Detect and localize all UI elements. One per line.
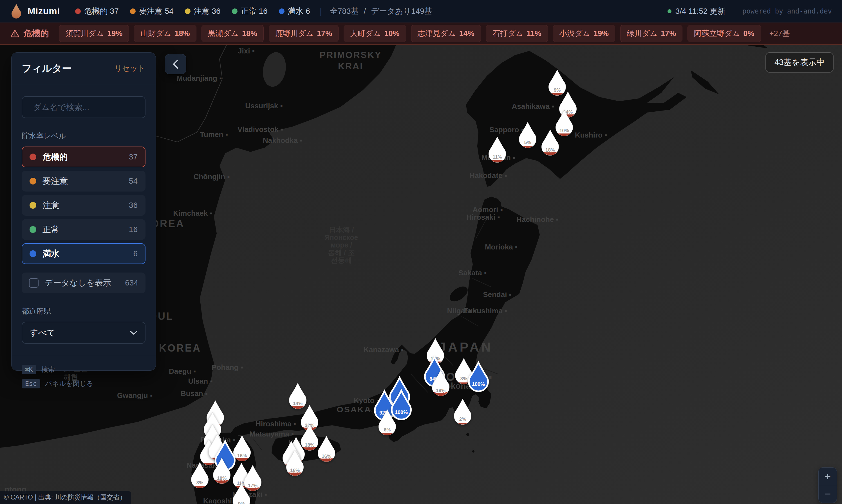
zoom-out-button[interactable]: − [819,485,837,503]
sea-label-line: 선동해 [331,256,352,264]
kbd-badge: ⌘K [22,365,36,374]
marker-percentage: 10% [559,128,569,133]
map-label-nakhodka: Nakhodka ▪ [263,136,302,145]
critical-alert-text: 危機的 [24,28,49,39]
no-data-label: データなしを表示 [45,277,119,289]
map-label-hirosaki: Hirosaki ▪ [466,213,500,221]
status-legend: 危機的 37 要注意 54 注意 36 正常 16 満水 6 [75,6,310,17]
warning-triangle-icon [10,29,20,38]
legend-item-正常: 正常 16 [232,6,268,17]
level-label: 要注意 [42,176,123,187]
level-count: 6 [133,249,138,258]
prefecture-section-label: 都道府県 [22,306,145,316]
critical-dam-chip[interactable]: 山財ダム18% [134,25,196,42]
shortcut-row: Esc パネルを閉じる [22,379,145,389]
legend-label: 注意 36 [194,6,221,17]
marker-percentage: 18% [545,147,555,153]
legend-dot [75,8,81,14]
marker-percentage: 100% [395,410,408,415]
map-label-pohang: Pohang ▪ [212,363,243,372]
critical-alert-bar: 危機的 須賀川ダム19%山財ダム18%黒瀬ダム18%鹿野川ダム17%大町ダム10… [0,22,842,45]
marker-percentage: 9% [238,501,245,504]
map-attribution[interactable]: © CARTO | 出典: 川の防災情報（国交省） [0,491,131,504]
app-title: Mizumi [28,6,60,17]
level-filter-注意[interactable]: 注意 36 [22,195,145,216]
level-filter-満水[interactable]: 満水 6 [22,243,145,264]
map-label-aomori: Aomori ▪ [473,205,503,214]
critical-dam-chip[interactable]: 緑川ダム17% [620,25,682,42]
chevron-down-icon [130,330,138,335]
reset-filters-button[interactable]: リセット [114,63,145,73]
marker-percentage: 2% [459,416,466,422]
level-label: 満水 [42,248,127,259]
marker-percentage: 11% [492,155,502,160]
marker-percentage: 16% [290,468,300,473]
level-label: 注意 [42,200,123,211]
sea-label-line: 동해 / 조 [328,249,355,256]
marker-percentage: 100% [472,381,485,387]
more-dams-text: +27基 [769,29,790,38]
show-no-data-toggle[interactable]: データなしを表示 634 [22,272,145,293]
map-label-busan: Busan ▪ [181,389,208,398]
legend-dot [130,8,136,14]
prefecture-select[interactable]: すべて [22,322,145,344]
marker-percentage: 8% [196,480,204,485]
map-label-japan: JAPAN [439,340,493,354]
collapse-panel-button[interactable] [165,54,186,74]
panel-divider-bottom [12,355,156,355]
level-dot [30,178,36,184]
map-label-tumen: Tumen ▪ [200,130,228,139]
marker-percentage: 16% [322,454,331,459]
legend-label: 正常 16 [241,6,268,17]
no-data-checkbox[interactable] [29,278,38,288]
map-label-morioka: Morioka ▪ [485,243,518,251]
critical-dam-chip[interactable]: 志津見ダム14% [411,25,481,42]
critical-alert-label: 危機的 [10,28,49,39]
level-dot [30,154,36,160]
map-label-kanazawa: Kanazawa ▪ [364,345,404,354]
level-label: 正常 [42,224,123,235]
level-label: 危機的 [42,151,123,163]
level-filter-危機的[interactable]: 危機的 37 [22,146,145,167]
critical-dam-chip[interactable]: 小渋ダム19% [553,25,615,42]
map-label-kushiro: Kushiro ▪ [575,131,607,139]
map-label-sendai: Sendai ▪ [483,290,512,299]
marker-percentage: 17% [248,483,258,488]
level-filter-正常[interactable]: 正常 16 [22,219,145,240]
totals-text: 全783基 / データあり149基 [330,6,432,17]
zoom-in-button[interactable]: + [819,468,837,485]
sea-label-line: море / [331,241,352,249]
critical-dam-chip[interactable]: 石打ダム11% [486,25,548,42]
critical-dam-chip[interactable]: 黒瀬ダム18% [201,25,264,42]
marker-percentage: 14% [293,401,302,406]
critical-dam-chip[interactable]: 阿蘇立野ダム0% [687,25,761,42]
map-label-ussurijsk: Ussurijsk ▪ [245,102,283,110]
level-count: 54 [129,177,138,186]
critical-dam-chips: 須賀川ダム19%山財ダム18%黒瀬ダム18%鹿野川ダム17%大町ダム10%志津見… [59,25,761,42]
sea-label-line: Японское [325,233,358,241]
last-updated: 3/4 11:52 更新 [668,6,725,17]
map-label-kyoto: Kyoto ▪ [354,396,379,405]
map-label-sakata: Sakata ▪ [458,269,487,277]
marker-percentage: 18% [217,475,227,481]
level-count: 36 [129,201,138,210]
marker-percentage: 5% [524,140,531,145]
prefecture-selected-value: すべて [30,327,55,339]
map-zoom-controls: + − [818,467,837,503]
dam-search-box[interactable] [22,96,145,118]
dam-search-input[interactable] [33,103,139,112]
map-label-daegu: Daegu ▪ [169,367,196,376]
map-label-vladivostok: Vladivostok ▪ [238,125,283,133]
level-count: 37 [129,152,138,161]
critical-dam-chip[interactable]: 大町ダム10% [344,25,406,42]
legend-item-満水: 満水 6 [279,6,310,17]
critical-dam-chip[interactable]: 鹿野川ダム17% [269,25,338,42]
level-filter-要注意[interactable]: 要注意 54 [22,171,145,192]
marker-percentage: 9% [554,88,561,93]
map-label-matsuyama: Matsuyama ▪ [249,430,294,438]
showing-count-badge: 43基を表示中 [766,52,834,73]
critical-dam-chip[interactable]: 須賀川ダム19% [59,25,129,42]
map-label-gwangju: Gwangju ▪ [117,391,153,400]
no-data-count: 634 [125,278,138,287]
marker-percentage: 6% [384,427,391,433]
